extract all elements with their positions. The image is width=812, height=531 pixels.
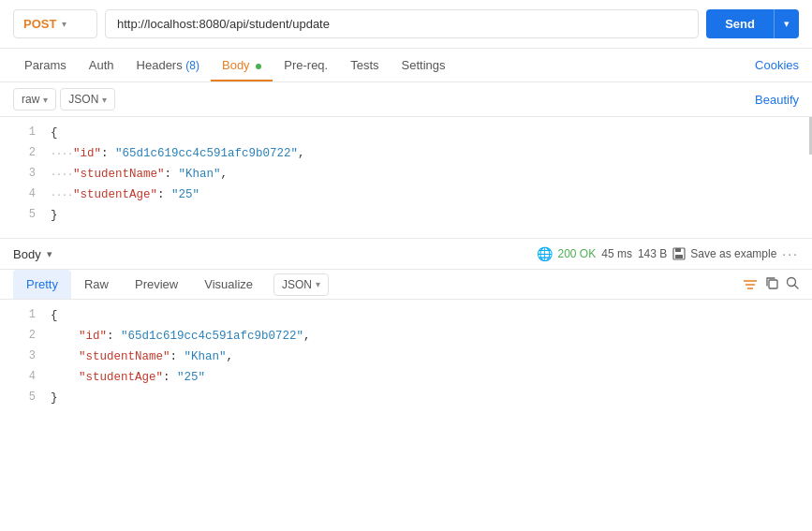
resp-code-line-4: 4 "studentAge": "25" — [0, 367, 812, 388]
copy-icon[interactable] — [765, 276, 778, 292]
save-icon — [672, 247, 686, 260]
code-line-4: 4 ····"studentAge": "25" — [0, 184, 812, 205]
tab-tests[interactable]: Tests — [339, 49, 390, 81]
json-format-dropdown[interactable]: JSON ▾ — [60, 88, 115, 111]
format-raw-button[interactable]: raw ▾ — [13, 88, 56, 111]
request-body-editor[interactable]: 1 { 2 ····"id": "65d1c619cc4c591afc9b072… — [0, 117, 812, 239]
response-chevron-icon[interactable]: ▾ — [47, 248, 52, 260]
response-action-icons — [743, 276, 799, 292]
send-btn-group: Send ▾ — [706, 9, 799, 38]
cookies-link[interactable]: Cookies — [755, 49, 799, 81]
resp-code-line-1: 1 { — [0, 305, 812, 326]
response-tabs: Pretty Raw Preview Visualize JSON ▾ — [0, 270, 812, 300]
status-code: 200 OK — [558, 247, 597, 260]
svg-line-8 — [795, 286, 799, 289]
resp-code-line-5: 5 } — [0, 388, 812, 408]
save-as-example-button[interactable]: Save as example — [672, 247, 776, 260]
code-line-3: 3 ····"studentName": "Khan", — [0, 164, 812, 184]
globe-icon: 🌐 — [537, 246, 553, 261]
code-line-2: 2 ····"id": "65d1c619cc4c591afc9b0722", — [0, 143, 812, 164]
send-button[interactable]: Send — [706, 9, 774, 38]
body-dot-indicator — [256, 64, 261, 69]
tab-headers[interactable]: Headers (8) — [125, 49, 211, 81]
search-icon[interactable] — [786, 276, 799, 292]
method-select[interactable]: POST ▾ — [13, 9, 97, 38]
resp-tab-preview[interactable]: Preview — [122, 270, 191, 299]
resp-code-line-3: 3 "studentName": "Khan", — [0, 347, 812, 367]
body-toolbar: raw ▾ JSON ▾ Beautify — [0, 82, 812, 117]
format-chevron-icon: ▾ — [43, 95, 48, 105]
send-dropdown-button[interactable]: ▾ — [774, 9, 799, 38]
method-chevron-icon: ▾ — [62, 19, 66, 29]
resp-tab-raw[interactable]: Raw — [71, 270, 122, 299]
top-bar: POST ▾ http://localhost:8080/api/student… — [0, 0, 812, 49]
resp-code-line-2: 2 "id": "65d1c619cc4c591afc9b0722", — [0, 326, 812, 347]
code-line-1: 1 { — [0, 123, 812, 143]
url-input[interactable]: http://localhost:8080/api/student/update — [105, 9, 699, 38]
response-title: Body — [13, 247, 41, 261]
json-chevron-icon: ▾ — [102, 95, 107, 105]
tab-auth[interactable]: Auth — [78, 49, 125, 81]
response-time: 45 ms — [601, 247, 632, 260]
response-size: 143 B — [638, 247, 667, 260]
tab-body[interactable]: Body — [211, 49, 273, 81]
resp-tab-visualize[interactable]: Visualize — [191, 270, 266, 299]
code-line-5: 5 } — [0, 205, 812, 226]
beautify-button[interactable]: Beautify — [755, 93, 799, 107]
svg-rect-1 — [675, 248, 681, 252]
tab-prereq[interactable]: Pre-req. — [273, 49, 339, 81]
method-label: POST — [23, 17, 56, 31]
svg-rect-2 — [675, 255, 683, 258]
nav-tabs: Params Auth Headers (8) Body Pre-req. Te… — [0, 49, 812, 82]
resp-format-chevron-icon: ▾ — [316, 279, 320, 289]
tab-params[interactable]: Params — [13, 49, 78, 81]
filter-icon[interactable] — [743, 278, 758, 291]
response-body-editor: 1 { 2 "id": "65d1c619cc4c591afc9b0722", … — [0, 300, 812, 421]
resp-tab-pretty[interactable]: Pretty — [13, 270, 71, 299]
response-header: Body ▾ 🌐 200 OK 45 ms 143 B Save as exam… — [0, 239, 812, 270]
resp-format-dropdown[interactable]: JSON ▾ — [273, 273, 329, 296]
tab-settings[interactable]: Settings — [391, 49, 457, 81]
more-options-button[interactable]: ··· — [782, 246, 799, 261]
svg-rect-6 — [769, 280, 777, 288]
headers-badge: (8) — [185, 59, 199, 72]
